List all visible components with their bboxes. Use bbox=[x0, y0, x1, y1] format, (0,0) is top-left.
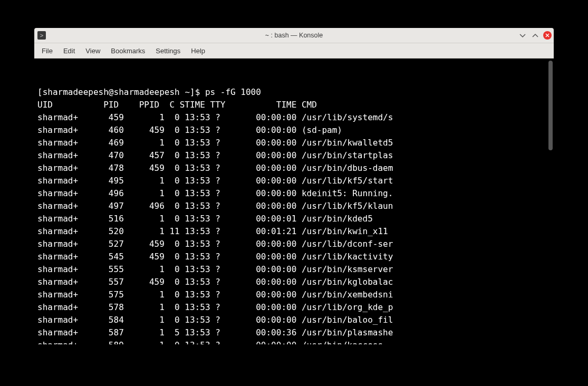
ps-row: sharmad+ 516 1 0 13:53 ? 00:00:01 /usr/b… bbox=[37, 213, 551, 225]
prompt-path: ~ bbox=[185, 87, 190, 97]
ps-row: sharmad+ 557 459 0 13:53 ? 00:00:00 /usr… bbox=[37, 276, 551, 288]
menubar: File Edit View Bookmarks Settings Help bbox=[34, 43, 554, 59]
ps-header-line: UID PID PPID C STIME TTY TIME CMD bbox=[37, 99, 551, 111]
prompt-line: [sharmadeepesh@sharmadeepesh ~]$ ps -fG … bbox=[37, 86, 551, 99]
ps-row: sharmad+ 520 1 11 13:53 ? 00:01:21 /usr/… bbox=[37, 225, 551, 238]
close-icon bbox=[545, 33, 550, 38]
ps-row: sharmad+ 469 1 0 13:53 ? 00:00:00 /usr/b… bbox=[37, 137, 551, 149]
menu-view[interactable]: View bbox=[80, 45, 105, 57]
menu-help[interactable]: Help bbox=[186, 45, 210, 57]
chevron-up-icon bbox=[532, 32, 539, 39]
prompt-close: ]$ bbox=[190, 87, 200, 97]
terminal-area[interactable]: [sharmadeepesh@sharmadeepesh ~]$ ps -fG … bbox=[34, 59, 554, 344]
ps-row: sharmad+ 527 459 0 13:53 ? 00:00:00 /usr… bbox=[37, 238, 551, 250]
konsole-app-icon: > bbox=[37, 31, 46, 40]
ps-row: sharmad+ 589 1 0 13:53 ? 00:00:00 /usr/b… bbox=[37, 339, 551, 344]
chevron-down-icon bbox=[519, 32, 526, 39]
menu-edit[interactable]: Edit bbox=[58, 45, 80, 57]
ps-row: sharmad+ 495 1 0 13:53 ? 00:00:00 /usr/l… bbox=[37, 175, 551, 187]
scrollbar-track[interactable] bbox=[547, 59, 554, 344]
entered-command: ps -fG 1000 bbox=[205, 87, 261, 97]
menu-file[interactable]: File bbox=[36, 45, 58, 57]
window-title: ~ : bash — Konsole bbox=[265, 32, 323, 39]
minimize-button[interactable] bbox=[518, 31, 527, 40]
titlebar[interactable]: > ~ : bash — Konsole bbox=[34, 28, 554, 43]
ps-row: sharmad+ 497 496 0 13:53 ? 00:00:00 /usr… bbox=[37, 200, 551, 213]
ps-row: sharmad+ 478 459 0 13:53 ? 00:00:00 /usr… bbox=[37, 162, 551, 175]
maximize-button[interactable] bbox=[531, 31, 540, 40]
prompt-userhost: sharmadeepesh@sharmadeepesh bbox=[43, 87, 180, 97]
konsole-window: > ~ : bash — Konsole File Edit View Book… bbox=[34, 28, 554, 344]
ps-row: sharmad+ 555 1 0 13:53 ? 00:00:00 /usr/b… bbox=[37, 263, 551, 276]
ps-row: sharmad+ 470 457 0 13:53 ? 00:00:00 /usr… bbox=[37, 149, 551, 162]
close-button[interactable] bbox=[543, 31, 552, 40]
ps-row: sharmad+ 575 1 0 13:53 ? 00:00:00 /usr/b… bbox=[37, 288, 551, 301]
ps-row: sharmad+ 460 459 0 13:53 ? 00:00:00 (sd-… bbox=[37, 124, 551, 137]
ps-row: sharmad+ 496 1 0 13:53 ? 00:00:00 kdeini… bbox=[37, 187, 551, 200]
ps-row: sharmad+ 545 459 0 13:53 ? 00:00:00 /usr… bbox=[37, 250, 551, 263]
ps-row: sharmad+ 459 1 0 13:53 ? 00:00:00 /usr/l… bbox=[37, 111, 551, 124]
menu-settings[interactable]: Settings bbox=[150, 45, 186, 57]
ps-row: sharmad+ 587 1 5 13:53 ? 00:00:36 /usr/b… bbox=[37, 326, 551, 339]
prompt-bracket: [ bbox=[37, 87, 43, 97]
scrollbar-thumb[interactable] bbox=[548, 61, 553, 150]
menu-bookmarks[interactable]: Bookmarks bbox=[105, 45, 150, 57]
ps-row: sharmad+ 584 1 0 13:53 ? 00:00:00 /usr/b… bbox=[37, 314, 551, 326]
ps-row: sharmad+ 578 1 0 13:53 ? 00:00:00 /usr/l… bbox=[37, 301, 551, 314]
